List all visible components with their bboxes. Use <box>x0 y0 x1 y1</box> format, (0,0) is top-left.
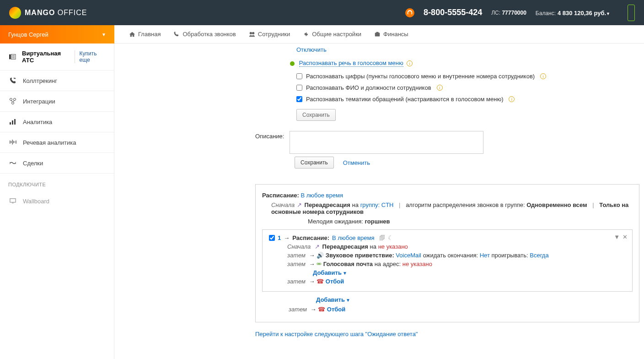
svg-rect-12 <box>10 122 11 125</box>
sidebar: Виртуальная АТС Купить еще Коллтрекинг И… <box>0 44 114 359</box>
schedule-anytime[interactable]: В любое время <box>301 192 343 199</box>
add-outer-button[interactable]: Добавить▼ <box>316 296 350 303</box>
svg-rect-3 <box>376 32 378 33</box>
deals-icon <box>8 159 17 167</box>
pbx-icon <box>8 53 16 60</box>
speech-icon <box>8 139 17 146</box>
nav-finance[interactable]: Финансы <box>374 31 408 38</box>
info-icon[interactable]: i <box>407 60 413 66</box>
caret-icon: ▼ <box>102 32 106 37</box>
status-dot-icon <box>290 61 295 66</box>
svg-point-0 <box>250 32 252 34</box>
nav-employees[interactable]: Сотрудники <box>249 31 290 38</box>
hangup-icon: ☎ <box>317 278 324 285</box>
hangup-icon: ☎ <box>318 306 325 313</box>
sidebar-subtitle: ПОДКЛЮЧИТЕ <box>0 174 114 191</box>
sidebar-pbx[interactable]: Виртуальная АТС Купить еще <box>0 44 114 71</box>
nav-settings[interactable]: Общие настройки <box>303 31 361 38</box>
checkbox-topics-label: Распознавать тематики обращений (настраи… <box>306 96 503 103</box>
sidebar-analytics[interactable]: Аналитика <box>0 112 114 132</box>
add-step-button[interactable]: Добавить▼ <box>313 269 347 276</box>
support-phone[interactable]: 8-800-5555-424 <box>424 8 482 17</box>
play-link[interactable]: Всегда <box>530 252 548 259</box>
svg-point-1 <box>252 32 254 34</box>
main: Отключить Распознавать речь в голосовом … <box>114 44 644 359</box>
sidebar-wallboard[interactable]: Wallboard <box>0 191 114 211</box>
svg-rect-2 <box>375 33 380 36</box>
checkbox-topics[interactable] <box>296 96 302 102</box>
topnav: Главная Обработка звонков Сотрудники Общ… <box>114 25 644 44</box>
svg-point-9 <box>10 98 12 101</box>
logo[interactable]: MANGO OFFICE <box>9 7 87 19</box>
next-step-link[interactable]: Перейти к настройке следующего шага "Ожи… <box>255 331 418 337</box>
nested-schedule: ▼ ✕ 1 → Расписание: В любое время 🗐 ☾ Сн… <box>262 229 633 292</box>
save-button[interactable]: Сохранить <box>296 109 336 121</box>
info-icon[interactable]: i <box>437 85 443 91</box>
disable-link[interactable]: Отключить <box>296 46 327 53</box>
nested-anytime[interactable]: В любое время <box>332 234 374 241</box>
cancel-link[interactable]: Отменить <box>343 159 370 166</box>
svg-rect-4 <box>9 54 11 60</box>
nav-calls[interactable]: Обработка звонков <box>173 31 236 38</box>
topbar: MANGO OFFICE 8-800-5555-424 ЛС: 77770000… <box>0 0 644 25</box>
row2: Гунцов Сергей ▼ Главная Обработка звонко… <box>0 25 644 44</box>
checkbox-fio[interactable] <box>296 85 302 91</box>
nested-enabled[interactable] <box>269 235 275 241</box>
checkbox-fio-label: Распознавать ФИО и должности сотрудников <box>306 84 431 91</box>
arrow-icon: ↗ <box>296 201 303 208</box>
integrations-icon <box>8 98 17 105</box>
checkbox-digits-label: Распознавать цифры (пункты голосового ме… <box>306 73 535 80</box>
voicemail-link[interactable]: VoiceMail <box>396 252 421 259</box>
desc-textarea[interactable] <box>290 131 483 154</box>
logo-icon <box>9 7 21 19</box>
calendar-icon[interactable]: 🗐 <box>379 234 385 241</box>
calltracking-icon <box>8 77 17 84</box>
analytics-icon <box>8 118 17 125</box>
nav-home[interactable]: Главная <box>129 31 161 38</box>
save-desc-button[interactable]: Сохранить <box>295 157 334 169</box>
speech-recognition-link[interactable]: Распознавать речь в голосовом меню <box>299 60 403 67</box>
logo-text: MANGO OFFICE <box>25 9 87 17</box>
desc-label: Описание: <box>255 133 284 140</box>
headset-icon <box>405 8 414 17</box>
svg-rect-21 <box>10 199 16 202</box>
topup-button[interactable] <box>628 5 635 21</box>
group-link[interactable]: группу: CTH <box>360 201 394 208</box>
buy-more-link[interactable]: Купить еще <box>75 50 106 63</box>
tape-icon: ⚮ <box>317 261 322 267</box>
balance: Баланс: 4 830 120,36 руб.▼ <box>536 9 610 16</box>
checkbox-digits[interactable] <box>296 73 302 79</box>
close-icon[interactable]: ✕ <box>623 234 628 240</box>
wallboard-icon <box>8 197 17 205</box>
schedule-card: Расписание: В любое время Сначала ↗ Пере… <box>255 184 639 322</box>
topbar-right: 8-800-5555-424 ЛС: 77770000 Баланс: 4 83… <box>405 5 635 21</box>
hangup-link-outer[interactable]: Отбой <box>327 306 345 313</box>
svg-rect-14 <box>14 119 16 125</box>
speaker-icon: 🔊 <box>317 252 324 259</box>
arrow-icon: ↗ <box>314 243 321 250</box>
info-icon[interactable]: i <box>509 96 515 102</box>
sidebar-calltracking[interactable]: Коллтрекинг <box>0 71 114 91</box>
svg-point-10 <box>14 98 16 101</box>
info-icon[interactable]: i <box>540 73 546 79</box>
moon-icon[interactable]: ☾ <box>388 234 393 241</box>
account-number: ЛС: 77770000 <box>491 10 526 16</box>
sidebar-speech[interactable]: Речевая аналитика <box>0 132 114 153</box>
sidebar-integrations[interactable]: Интеграции <box>0 91 114 112</box>
user-dropdown[interactable]: Гунцов Сергей ▼ <box>0 25 114 44</box>
svg-point-11 <box>12 102 14 104</box>
hangup-link[interactable]: Отбой <box>326 278 344 285</box>
svg-rect-13 <box>12 120 13 125</box>
sidebar-deals[interactable]: Сделки <box>0 153 114 174</box>
wait-link[interactable]: Нет <box>480 252 490 259</box>
collapse-icon[interactable]: ▼ <box>614 234 620 240</box>
